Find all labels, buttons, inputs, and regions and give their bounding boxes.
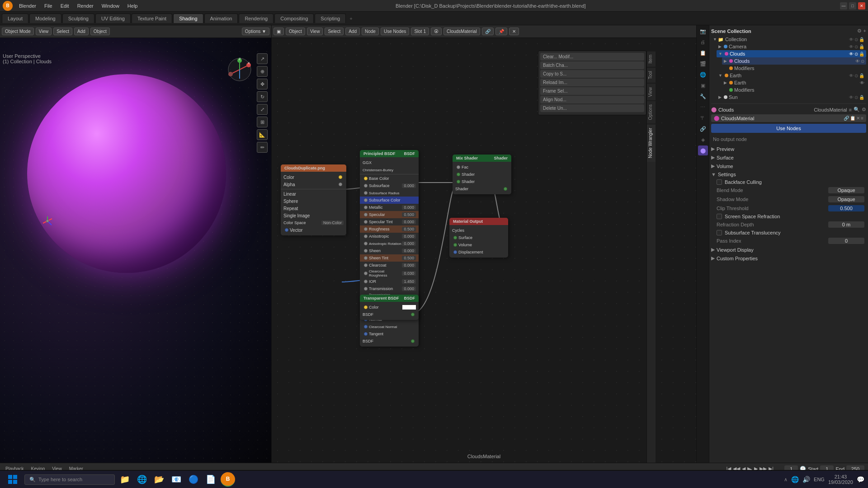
clouds-lock-icon[interactable]: 🔒 bbox=[859, 52, 864, 56]
surface-socket[interactable] bbox=[453, 236, 457, 239]
pi-render-icon[interactable]: 📷 bbox=[698, 26, 708, 36]
measure-icon[interactable]: 📐 bbox=[257, 129, 268, 140]
tab-sculpting[interactable]: Sculpting bbox=[62, 14, 94, 23]
network-icon[interactable]: 🌐 bbox=[791, 476, 799, 483]
nw-delete-btn[interactable]: Delete Un... bbox=[540, 104, 644, 112]
collection-item-clouds-modifiers[interactable]: Modifiers bbox=[722, 65, 866, 72]
move-icon[interactable]: ✥ bbox=[257, 79, 268, 89]
pi-physics-icon[interactable]: 〒 bbox=[698, 113, 708, 123]
mix-fac-socket[interactable] bbox=[457, 165, 460, 169]
mat-options-icon[interactable]: ≡ bbox=[861, 116, 863, 121]
aniso-socket[interactable] bbox=[364, 235, 368, 238]
node-select-btn[interactable]: Select bbox=[325, 28, 344, 35]
volume-socket[interactable] bbox=[453, 243, 457, 247]
sun-sel-icon[interactable]: ⊙ bbox=[854, 95, 858, 100]
node-transparent-bsdf[interactable]: Transparent BSDF BSDF Color BSDF bbox=[360, 295, 419, 320]
pi-data-icon[interactable]: ◈ bbox=[698, 135, 708, 145]
menu-window[interactable]: Window bbox=[98, 2, 123, 9]
sidebar-tab-options[interactable]: Options bbox=[647, 100, 656, 123]
transform-gizmo[interactable] bbox=[41, 214, 54, 229]
node-use-nodes-checkbox[interactable]: Use Nodes bbox=[381, 28, 409, 35]
nw-copy-btn[interactable]: Copy to S... bbox=[540, 70, 644, 78]
tab-rendering[interactable]: Rendering bbox=[239, 14, 274, 23]
clearcoat-socket[interactable] bbox=[364, 263, 368, 267]
transform-icon[interactable]: ⊞ bbox=[257, 117, 268, 127]
annotation-icon[interactable]: ✏ bbox=[257, 142, 268, 153]
menu-help[interactable]: Help bbox=[124, 2, 142, 9]
object-mode-dropdown[interactable]: Object Mode bbox=[2, 28, 34, 35]
clouds-sel-icon[interactable]: ⊙ bbox=[854, 52, 858, 56]
node-canvas[interactable]: CloudsDuplicate.png Color Alpha Linear bbox=[272, 38, 696, 463]
node-slot-selector[interactable]: Slot 1 bbox=[411, 28, 429, 35]
mat-link-icon[interactable]: 🔗 bbox=[844, 116, 849, 121]
vis-icon[interactable]: 👁 bbox=[849, 37, 854, 42]
sidebar-tab-node-wrangler[interactable]: Node Wrangler bbox=[647, 124, 656, 162]
menu-render[interactable]: Render bbox=[74, 2, 97, 9]
bsdf-output-socket[interactable] bbox=[411, 339, 415, 343]
camera-lock-icon[interactable]: 🔒 bbox=[859, 44, 864, 49]
taskbar-icon-filemanager[interactable]: 📁 bbox=[118, 472, 132, 487]
earth-sel-icon[interactable]: ⊙ bbox=[854, 73, 858, 78]
sst-checkbox[interactable] bbox=[717, 230, 722, 235]
mat-prop-filter-icon[interactable]: ⚙ bbox=[862, 107, 866, 113]
sun-lock-icon[interactable]: 🔒 bbox=[859, 95, 864, 100]
taskbar-icon-blender[interactable]: B bbox=[221, 472, 235, 487]
node-close-icon[interactable]: ✕ bbox=[509, 28, 519, 35]
surface-toggle[interactable]: ▶ Surface bbox=[711, 153, 866, 162]
search-bar[interactable]: 🔍 Type here to search bbox=[24, 474, 115, 485]
pi-material-icon[interactable]: ⬤ bbox=[698, 145, 708, 155]
viewport-content[interactable]: X Z ↗ ⊕ ✥ ↻ ⤢ ⊞ 📐 ✏ User Persp bbox=[0, 38, 271, 463]
node-link-icon[interactable]: 🔗 bbox=[482, 28, 494, 35]
collection-item-clouds-mesh[interactable]: ▶ Clouds 👁 ⊙ bbox=[722, 57, 866, 65]
em-vis-icon[interactable]: 👁 bbox=[860, 80, 864, 85]
volume-icon[interactable]: 🔊 bbox=[802, 476, 810, 483]
camera-vis-icon[interactable]: 👁 bbox=[849, 44, 854, 49]
collection-item-collection[interactable]: ▼ 📁 Collection 👁 ⊙ 🔒 bbox=[711, 36, 866, 43]
tab-texture-paint[interactable]: Texture Paint bbox=[132, 14, 172, 23]
preview-toggle[interactable]: ▶ Preview bbox=[711, 145, 866, 153]
node-editor-mode-icon[interactable]: ▣ bbox=[274, 28, 284, 35]
clouds-vis-icon[interactable]: 👁 bbox=[849, 52, 854, 56]
volume-toggle[interactable]: ▶ Volume bbox=[711, 162, 866, 170]
viewport-options[interactable]: Options ▼ bbox=[242, 28, 269, 35]
nw-clear-btn[interactable]: Clear... Modif... bbox=[540, 53, 644, 61]
pi-modifier-icon[interactable]: 🔧 bbox=[698, 91, 708, 101]
node-material-name[interactable]: CloudsMaterial bbox=[443, 28, 480, 35]
menu-edit[interactable]: Edit bbox=[57, 2, 73, 9]
pi-scene-icon[interactable]: 🎬 bbox=[698, 59, 708, 69]
blend-mode-value[interactable]: Opaque bbox=[828, 187, 864, 193]
metallic-socket[interactable] bbox=[364, 206, 368, 209]
tab-scripting[interactable]: Scripting bbox=[315, 14, 346, 23]
vector-input-socket[interactable] bbox=[285, 228, 288, 232]
earth-vis-icon[interactable]: 👁 bbox=[849, 73, 854, 78]
shadow-mode-value[interactable]: Opaque bbox=[828, 196, 864, 202]
mat-del-icon[interactable]: ✕ bbox=[856, 116, 860, 121]
tab-layout[interactable]: Layout bbox=[2, 14, 28, 23]
nw-align-btn[interactable]: Align Nod... bbox=[540, 96, 644, 103]
scale-icon[interactable]: ⤢ bbox=[257, 104, 268, 115]
pi-object-icon[interactable]: ▣ bbox=[698, 80, 708, 90]
pi-world-icon[interactable]: 🌐 bbox=[698, 70, 708, 80]
mat-prop-options-icon[interactable]: ≡ bbox=[849, 107, 852, 113]
basecolor-socket[interactable] bbox=[364, 177, 368, 180]
pi-particles-icon[interactable]: ⋯ bbox=[698, 102, 708, 112]
pi-constraints-icon[interactable]: 🔗 bbox=[698, 124, 708, 134]
viewport-add-btn[interactable]: Add bbox=[74, 28, 89, 35]
tab-compositing[interactable]: Compositing bbox=[274, 14, 314, 23]
minimize-button[interactable]: — bbox=[840, 2, 847, 9]
spectint-socket[interactable] bbox=[364, 220, 368, 224]
collection-filter-icon[interactable]: ⚙ bbox=[857, 28, 862, 34]
rotate-icon[interactable]: ↻ bbox=[257, 91, 268, 102]
node-sphere-icon[interactable]: ⦿ bbox=[431, 28, 442, 35]
anisorot-socket[interactable] bbox=[364, 242, 368, 245]
collection-item-earth-modifiers[interactable]: Modifiers bbox=[722, 86, 866, 94]
tangent-socket[interactable] bbox=[364, 332, 368, 336]
custom-properties-toggle[interactable]: ▶ Custom Properties bbox=[711, 254, 866, 263]
backface-culling-checkbox[interactable] bbox=[717, 179, 722, 185]
collection-item-earth[interactable]: ▼ Earth 👁 ⊙ 🔒 bbox=[717, 72, 866, 79]
cursor-icon[interactable]: ⊕ bbox=[257, 66, 268, 77]
transparent-color-socket[interactable] bbox=[364, 305, 368, 309]
transparent-output-socket[interactable] bbox=[411, 313, 415, 316]
mat-new-icon[interactable]: 📋 bbox=[850, 116, 855, 121]
earth-lock-icon[interactable]: 🔒 bbox=[859, 73, 864, 78]
